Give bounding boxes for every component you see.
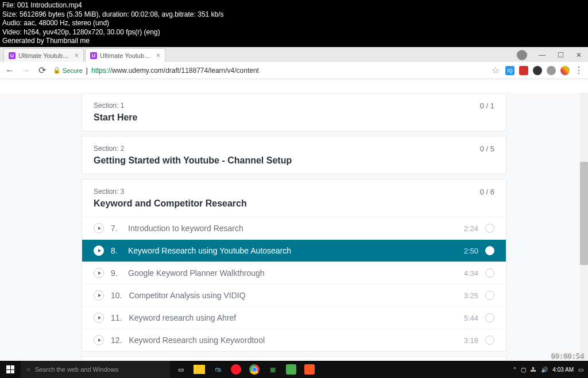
play-icon (94, 335, 104, 345)
store-icon[interactable]: 🛍 (209, 361, 226, 378)
lecture-duration: 2:24 (464, 224, 478, 233)
browser-tab[interactable]: U Ultimate Youtube Course × (85, 48, 165, 62)
start-button[interactable] (0, 361, 21, 378)
windows-taskbar: ○ Search the web and Windows ▭ 🛍 ▦ ˄ ▢ 🖧… (0, 361, 588, 378)
tray-icon[interactable]: ▢ (521, 367, 526, 373)
play-icon (94, 223, 104, 233)
section-label: Section: 1 (94, 102, 124, 110)
completion-toggle[interactable] (485, 313, 494, 322)
completion-toggle[interactable] (485, 246, 494, 255)
extension-icon[interactable] (560, 66, 570, 75)
course-content: Section: 1 0 / 1 Start Here Section: 2 0… (0, 93, 588, 361)
back-button[interactable]: ← (5, 65, 15, 76)
video-metadata-overlay: File: 001 Introduction.mp4 Size: 5612696… (0, 0, 588, 47)
tab-title: Ultimate Youtube Course (100, 52, 153, 59)
lecture-duration: 3:18 (464, 336, 478, 345)
reload-button[interactable]: ⟳ (37, 65, 47, 76)
extension-icon[interactable]: IQ (505, 66, 514, 75)
volume-icon[interactable]: 🔊 (541, 367, 548, 373)
udemy-favicon: U (90, 52, 97, 59)
close-icon[interactable]: × (156, 52, 160, 60)
udemy-favicon: U (9, 52, 16, 59)
app-icon[interactable] (283, 361, 300, 378)
tray-chevron-icon[interactable]: ˄ (513, 367, 516, 373)
lecture-row[interactable]: 7. Introduction to keyword Resarch 2:24 (82, 217, 506, 239)
section-title: Getting Started with Youtube - Channel S… (94, 155, 494, 166)
lecture-row[interactable]: 12. Keyword Research using Keywordtool 3… (82, 329, 506, 351)
play-icon (94, 290, 104, 301)
play-icon (94, 245, 104, 256)
taskbar-search[interactable]: ○ Search the web and Windows (21, 361, 170, 378)
lecture-title: Google Keyword Planner Walkthrough (128, 268, 457, 278)
close-button[interactable]: ✕ (575, 52, 582, 59)
file-explorer-icon[interactable] (194, 365, 205, 374)
extension-icon[interactable] (547, 66, 556, 75)
chrome-icon[interactable] (246, 361, 263, 378)
section-progress: 0 / 5 (480, 145, 494, 153)
forward-button[interactable]: → (21, 65, 31, 76)
opera-icon[interactable] (227, 361, 245, 378)
scrollbar[interactable] (580, 93, 588, 361)
close-icon[interactable]: × (75, 52, 79, 60)
section-card[interactable]: Section: 1 0 / 1 Start Here (82, 93, 506, 131)
lecture-title: Introduction to keyword Resarch (128, 224, 457, 233)
section-card[interactable]: Section: 3 0 / 6 Keyword and Competitor … (82, 179, 506, 352)
lecture-number: 9. (111, 268, 121, 278)
section-progress: 0 / 6 (480, 188, 494, 196)
section-title: Start Here (94, 112, 494, 123)
network-icon[interactable]: 🖧 (531, 367, 536, 373)
app-icon[interactable]: ▦ (264, 361, 281, 378)
lecture-row[interactable]: 11. Keyword research using Ahref 5:44 (82, 306, 506, 329)
star-icon[interactable]: ☆ (492, 65, 500, 76)
lecture-number: 12. (111, 336, 122, 345)
extension-icon[interactable] (533, 66, 542, 75)
maximize-button[interactable]: ☐ (557, 52, 564, 59)
scrollbar-thumb[interactable] (580, 162, 588, 265)
browser-tabbar: U Ultimate Youtube Course × U Ultimate Y… (0, 46, 588, 62)
user-icon[interactable] (517, 50, 527, 60)
lecture-number: 10. (111, 291, 122, 300)
lock-icon: 🔒 Secure (53, 67, 83, 74)
lecture-duration: 5:44 (464, 314, 478, 322)
section-label: Section: 2 (94, 145, 124, 153)
tab-title: Ultimate Youtube Course (18, 52, 72, 59)
lecture-number: 8. (111, 246, 121, 255)
minimize-button[interactable]: — (539, 52, 546, 59)
clock[interactable]: 4:03 AM (552, 367, 574, 373)
video-timestamp: 00:00:54 (550, 352, 583, 360)
lecture-number: 11. (111, 313, 122, 322)
address-bar: ← → ⟳ 🔒 Secure | https://www.udemy.com/d… (0, 62, 588, 79)
section-progress: 0 / 1 (480, 102, 494, 110)
url-input[interactable]: 🔒 Secure | https://www.udemy.com/draft/1… (53, 67, 486, 75)
menu-icon[interactable]: ⋮ (574, 65, 583, 76)
lecture-duration: 4:34 (464, 269, 478, 278)
completion-toggle[interactable] (485, 336, 494, 345)
lecture-number: 7. (111, 224, 121, 233)
play-icon (94, 268, 104, 278)
completion-toggle[interactable] (485, 224, 494, 233)
lecture-duration: 3:25 (464, 291, 478, 300)
section-card[interactable]: Section: 2 0 / 5 Getting Started with Yo… (82, 136, 506, 174)
lecture-row[interactable]: 9. Google Keyword Planner Walkthrough 4:… (82, 262, 506, 284)
section-card[interactable]: Section: 4 1 / 9 Uploading First video a… (82, 356, 506, 361)
extension-icon[interactable] (519, 66, 528, 75)
app-icon[interactable] (301, 361, 318, 378)
lecture-row[interactable]: 8. Keyword Research using Youtube Autose… (82, 239, 506, 262)
completion-toggle[interactable] (485, 268, 494, 278)
search-icon: ○ (26, 366, 30, 373)
lecture-title: Keyword Research using Youtube Autosearc… (128, 246, 457, 255)
windows-logo-icon (6, 365, 14, 373)
lecture-title: Competitor Analysis using VIDIQ (129, 291, 457, 300)
browser-tab[interactable]: U Ultimate Youtube Course × (3, 48, 84, 62)
lecture-duration: 2:50 (464, 247, 478, 255)
lecture-row[interactable]: 10. Competitor Analysis using VIDIQ 3:25 (82, 284, 506, 306)
section-label: Section: 3 (94, 188, 124, 196)
notifications-icon[interactable]: ▭ (578, 367, 583, 373)
task-view-button[interactable]: ▭ (172, 361, 189, 378)
play-icon (94, 313, 104, 323)
completion-toggle[interactable] (485, 291, 494, 300)
section-title: Keyword and Competitor Research (94, 198, 494, 209)
lecture-title: Keyword research using Ahref (129, 313, 457, 322)
lecture-title: Keyword Research using Keywordtool (129, 336, 457, 345)
